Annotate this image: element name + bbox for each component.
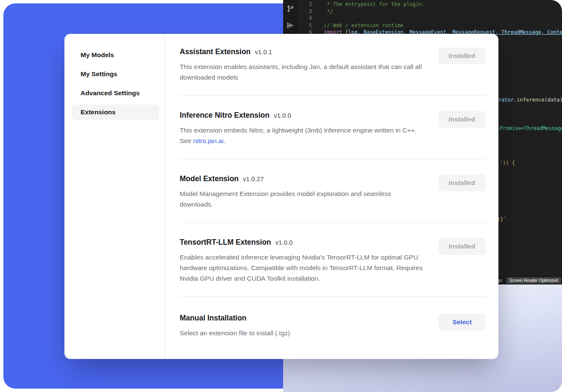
extensions-panel: Assistant Extension v1.0.1 This extensio… [165,34,498,359]
extension-description: This extension embeds Nitro, a lightweig… [180,125,426,146]
extension-title: TensortRT-LLM Extension [180,238,271,247]
select-file-button[interactable]: Select [438,314,486,331]
extension-description: This extension enables assistants, inclu… [180,61,426,83]
code-area: 2 * The entrypoint for the plugin. 3 */ … [298,1,562,36]
code-text: // Web / extension runtime [312,22,403,29]
git-branch-icon[interactable] [287,5,294,12]
extension-version: v1.0.0 [275,239,293,246]
line-number: 2 [298,1,312,8]
manual-installation-row: Manual Installation Select an extension … [180,297,486,338]
extension-title: Model Extension [180,174,239,183]
hero-section: 2 * The entrypoint for the plugin. 3 */ … [0,0,562,392]
code-fragment: Promise<ThreadMessage> [500,125,562,131]
code-fragment: rator.inference(data)); [498,97,562,103]
line-number: 5 [298,22,312,29]
code-line: 3 */ [298,8,562,15]
extension-title: Inference Nitro Extension [180,111,270,120]
extension-row-assistant: Assistant Extension v1.0.1 This extensio… [180,47,486,96]
code-line: 2 * The entrypoint for the plugin. [298,1,562,8]
extension-description: Model Management Extension provides mode… [180,188,426,210]
extension-row-tensorrt: TensortRT-LLM Extension v1.0.0 Enables a… [180,223,486,297]
installed-button[interactable]: Installed [438,111,486,128]
installed-button[interactable]: Installed [438,47,486,64]
extension-version: v1.0.1 [255,48,272,55]
sidebar-item-my-settings[interactable]: My Settings [72,66,159,82]
extension-description: Enables accelerated inference leveraging… [180,252,426,284]
manual-installation-description: Select an extension file to install (.tg… [180,328,290,338]
extension-title: Assistant Extension [180,47,250,56]
settings-sidebar: My Models My Settings Advanced Settings … [64,34,165,359]
extension-row-model: Model Extension v1.0.27 Model Management… [180,159,486,223]
code-line: 5 // Web / extension runtime [298,22,562,29]
installed-button[interactable]: Installed [438,174,486,191]
sidebar-item-extensions[interactable]: Extensions [72,105,159,120]
settings-card: My Models My Settings Advanced Settings … [64,34,498,359]
code-text: */ [312,8,333,15]
installed-button[interactable]: Installed [438,238,486,255]
extension-version: v1.0.27 [243,175,264,182]
code-line: 4 [298,15,562,22]
sidebar-item-advanced-settings[interactable]: Advanced Settings [72,86,159,101]
send-icon[interactable] [287,22,294,29]
sidebar-item-my-models[interactable]: My Models [72,47,159,63]
nitro-link[interactable]: nitro.jan.ai. [193,137,225,144]
extension-version: v1.0.0 [274,112,291,119]
screen-reader-status[interactable]: Screen Reader Optimized [506,277,561,284]
line-number: 4 [298,15,312,22]
extension-row-nitro: Inference Nitro Extension v1.0.0 This ex… [180,96,486,159]
code-fragment: t}` [497,216,506,222]
code-fragment: ')) { [500,160,515,166]
manual-installation-title: Manual Installation [180,314,247,323]
code-text: * The entrypoint for the plugin. [312,1,425,8]
line-number: 3 [298,8,312,15]
